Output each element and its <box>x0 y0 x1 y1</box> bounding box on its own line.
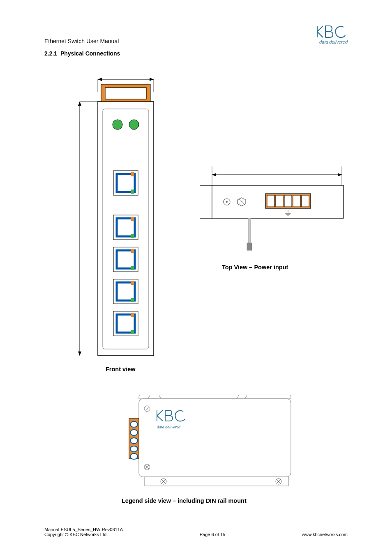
svg-rect-56 <box>248 218 251 243</box>
svg-rect-47 <box>267 195 274 207</box>
ethernet-port-icon <box>113 171 138 195</box>
svg-marker-1 <box>98 78 102 81</box>
front-view-caption: Front view <box>106 366 136 372</box>
svg-point-13 <box>129 120 139 130</box>
section-heading: 2.2.1 Physical Connections <box>44 50 120 57</box>
svg-rect-48 <box>276 195 283 207</box>
svg-point-74 <box>130 430 138 435</box>
svg-rect-19 <box>117 218 135 236</box>
section-title: Physical Connections <box>60 50 120 57</box>
footer-page: Page 6 of 15 <box>200 532 225 537</box>
svg-rect-25 <box>131 266 134 270</box>
footer-url: www.kbcnetworks.com <box>302 532 348 537</box>
svg-rect-16 <box>131 172 134 176</box>
svg-rect-58 <box>139 399 291 477</box>
svg-marker-7 <box>78 352 81 356</box>
footer-left: Manual-ESUL5_Series_HW-Rev0611A Copyrigh… <box>44 527 123 537</box>
svg-point-12 <box>113 120 122 130</box>
svg-rect-50 <box>293 195 300 207</box>
svg-marker-2 <box>150 78 154 81</box>
svg-rect-39 <box>200 185 212 218</box>
svg-rect-15 <box>117 174 135 192</box>
svg-rect-20 <box>131 217 134 221</box>
svg-point-73 <box>130 421 138 427</box>
svg-rect-27 <box>117 282 135 301</box>
page-header: Ethernet Switch User Manual data deliver… <box>44 25 348 47</box>
page-footer: Manual-ESUL5_Series_HW-Rev0611A Copyrigh… <box>44 527 348 537</box>
svg-point-42 <box>226 201 228 203</box>
side-logo-tagline: data delivered <box>157 425 181 429</box>
footer-copyright: Copyright © KBC Networks Ltd. <box>44 532 123 537</box>
svg-rect-24 <box>131 249 134 253</box>
logo-tagline: data delivered <box>316 39 348 44</box>
svg-marker-35 <box>212 173 216 176</box>
svg-rect-51 <box>302 195 309 207</box>
front-view-diagram <box>76 75 155 359</box>
doc-title: Ethernet Switch User Manual <box>44 38 119 44</box>
svg-rect-11 <box>105 88 146 99</box>
section-number: 2.2.1 <box>44 50 57 57</box>
svg-rect-21 <box>131 234 134 238</box>
kbc-logo-icon <box>316 25 348 39</box>
svg-rect-33 <box>131 330 134 334</box>
svg-rect-29 <box>131 298 134 302</box>
svg-marker-36 <box>338 173 342 176</box>
top-view-caption: Top View – Power input <box>222 264 288 271</box>
svg-rect-57 <box>247 243 252 250</box>
svg-rect-28 <box>131 281 134 285</box>
svg-rect-49 <box>284 195 292 207</box>
svg-rect-31 <box>117 314 135 333</box>
side-view-caption: Legend side view – including DIN rail mo… <box>122 497 247 504</box>
svg-rect-23 <box>117 250 135 268</box>
side-view-diagram: data delivered <box>116 395 293 489</box>
kbc-logo: data delivered <box>316 25 348 44</box>
svg-point-77 <box>130 453 138 459</box>
svg-rect-32 <box>131 313 134 317</box>
footer-manual-ref: Manual-ESUL5_Series_HW-Rev0611A <box>44 527 123 532</box>
svg-marker-6 <box>78 102 81 106</box>
top-view-diagram <box>200 166 348 253</box>
svg-point-75 <box>130 438 138 444</box>
svg-point-76 <box>130 446 138 452</box>
svg-rect-17 <box>131 190 134 194</box>
